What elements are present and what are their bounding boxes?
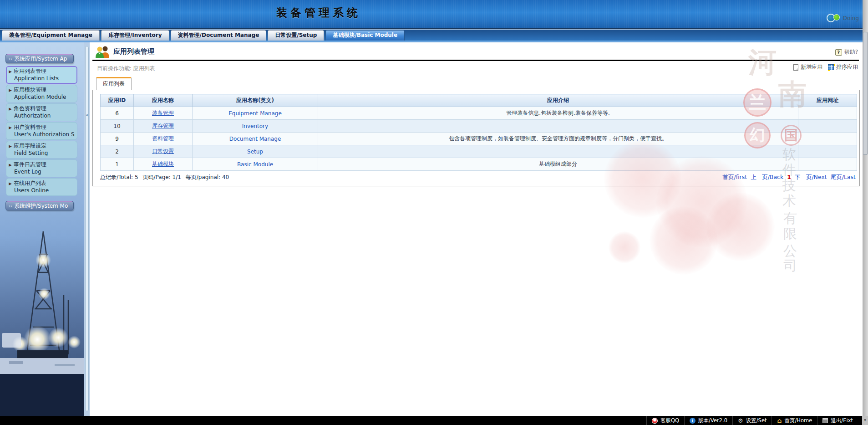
item-arrow-icon: ▶ [9, 125, 12, 130]
pagination-last[interactable]: 尾页/Last [831, 174, 856, 181]
settings-button[interactable]: ⚙ 设置/Set [732, 416, 772, 425]
users-icon [95, 45, 111, 58]
column-header-app-desc: 应用介绍 [318, 94, 798, 107]
sidebar-item-users-authorization[interactable]: ▶用户资料管理 User's Authorization S [6, 122, 77, 140]
sidebar-item-application-lists[interactable]: ▶应用列表管理 Application Lists [6, 66, 77, 84]
cell-app-name-en: Basic Module [193, 158, 318, 171]
info-icon: i [690, 418, 695, 424]
tab-application-list[interactable]: 应用列表 [96, 77, 132, 90]
add-application-label: 新增应用 [801, 63, 822, 71]
help-link[interactable]: ? 帮助? [835, 48, 858, 56]
scrollbar-thumb[interactable] [863, 32, 868, 155]
cell-app-name-en: Equipment Manage [193, 107, 318, 120]
watermark-char: 限 [783, 225, 797, 243]
add-application-button[interactable]: 新增应用 [793, 63, 822, 71]
version-button[interactable]: i 版本/Ver2.0 [684, 416, 732, 425]
qq-icon [652, 418, 658, 424]
qq-support-button[interactable]: 客服QQ [646, 416, 684, 425]
column-header-app-url: 应用网址 [798, 94, 857, 107]
sidebar-section-system-application[interactable]: ››系统应用/System Ap [5, 54, 74, 63]
exit-label: 退出/Eixt [831, 417, 853, 424]
sidebar-item-users-online[interactable]: ▶在线用户列表 Users Online [6, 178, 77, 196]
watermark-char: 公 [783, 242, 797, 261]
table-header-row: 应用ID 应用名称 应用名称(英文) 应用介绍 应用网址 [101, 94, 857, 107]
cell-app-id: 1 [101, 158, 134, 171]
item-arrow-icon: ▶ [9, 88, 12, 92]
sort-application-label: 排序应用 [836, 63, 858, 71]
cell-app-url [798, 120, 857, 133]
sidebar-splitter[interactable]: ◂ [85, 46, 89, 411]
status-bar: 客服QQ i 版本/Ver2.0 ⚙ 设置/Set ⌂ 首页/Home 退出/E… [0, 416, 868, 425]
table-footer: 总记录/Total: 5 页码/Page: 1/1 每页/paginal: 40… [100, 174, 856, 181]
page-number: 页码/Page: 1/1 [143, 174, 181, 181]
section-bullet-icon: ›› [9, 56, 12, 61]
watermark-char: 术 [782, 192, 796, 210]
exit-button[interactable]: 退出/Eixt [817, 416, 858, 425]
item-arrow-icon: ▶ [9, 144, 12, 148]
sidebar-item-field-setting[interactable]: ▶应用字段设定 Field Setting [6, 141, 77, 159]
watermark-char: 河 [748, 43, 777, 82]
cell-app-desc: 包含各项管理制度，如装备管理制度、安全管理方面的规章制度等，分门别类，便于查找。 [318, 133, 798, 145]
cell-app-name-link[interactable]: 库存管理 [134, 120, 193, 133]
sidebar-item-authorization[interactable]: ▶角色资料管理 Authorization [6, 103, 77, 121]
new-document-icon [793, 64, 798, 71]
pagination-current-page: 1 [787, 174, 791, 181]
gear-icon: ⚙ [738, 418, 743, 424]
vertical-scrollbar[interactable] [863, 0, 868, 416]
item-label-en: Field Setting [9, 150, 75, 157]
home-button[interactable]: ⌂ 首页/Home [772, 416, 817, 425]
watermark-char: 司 [783, 256, 797, 275]
sidebar-section-label: 系统应用/System Ap [14, 56, 67, 62]
pagination-next[interactable]: 下一页/Next [795, 174, 827, 181]
qq-support-label: 客服QQ [660, 417, 679, 424]
cell-app-name-link[interactable]: 日常设置 [134, 145, 193, 158]
status-indicator-label: Doing [843, 15, 859, 21]
tab-inventory[interactable]: 库存管理/Inventory [101, 30, 169, 41]
item-label-en: Application Module [9, 94, 75, 101]
sidebar-item-application-module[interactable]: ▶应用模块管理 Application Module [6, 85, 77, 102]
item-label-zh: 应用字段设定 [14, 143, 46, 149]
item-label-zh: 用户资料管理 [14, 124, 46, 130]
cell-app-name-en: Document Manage [193, 133, 318, 145]
record-summary: 总记录/Total: 5 页码/Page: 1/1 每页/paginal: 40 [100, 174, 229, 181]
column-header-app-name: 应用名称 [134, 94, 193, 107]
cell-app-desc [318, 120, 798, 133]
page-body: ››系统应用/System Ap ▶应用列表管理 Application Lis… [0, 42, 868, 416]
cell-app-id: 9 [101, 133, 134, 145]
pagination-first[interactable]: 首页/first [723, 174, 747, 181]
home-icon: ⌂ [777, 418, 782, 424]
section-bullet-icon: ›› [9, 204, 12, 209]
scroll-down-arrow[interactable]: ▾ [862, 416, 868, 425]
exit-icon [822, 418, 828, 423]
cell-app-name-link[interactable]: 基础模块 [134, 158, 193, 171]
tab-equipment-manage[interactable]: 装备管理/Equipment Manage [2, 30, 100, 41]
tab-document-manage[interactable]: 资料管理/Document Manage [171, 30, 267, 41]
sidebar-section-label: 系统维护/System Mo [14, 203, 68, 209]
pagination-back[interactable]: 上一页/Back [751, 174, 783, 181]
item-label-en: Event Log [9, 169, 75, 175]
tab-setup[interactable]: 日常设置/Setup [268, 30, 324, 41]
table-row: 2 日常设置 Setup [101, 145, 857, 158]
item-label-en: Users Online [9, 187, 75, 194]
cell-app-name-link[interactable]: 装备管理 [134, 107, 193, 120]
cell-app-desc [318, 145, 798, 158]
application-table: 应用ID 应用名称 应用名称(英文) 应用介绍 应用网址 6 装备管理 Equi… [100, 94, 857, 171]
column-header-app-id: 应用ID [101, 94, 134, 107]
cell-app-name-link[interactable]: 资料管理 [134, 133, 193, 145]
sort-application-button[interactable]: 排序应用 [828, 63, 858, 71]
sidebar-section-system-maintenance[interactable]: ››系统维护/System Mo [5, 201, 74, 210]
tab-basic-module[interactable]: 基础模块/Basic Module [325, 30, 405, 41]
cell-app-id: 6 [101, 107, 134, 120]
table-row: 9 资料管理 Document Manage 包含各项管理制度，如装备管理制度、… [101, 133, 857, 145]
collapse-arrow-icon: ◂ [86, 113, 88, 117]
cell-app-url [798, 107, 857, 120]
sidebar: ››系统应用/System Ap ▶应用列表管理 Application Lis… [0, 42, 84, 416]
item-label-zh: 事件日志管理 [14, 161, 46, 168]
per-page: 每页/paginal: 40 [186, 174, 229, 181]
item-label-en: User's Authorization S [9, 131, 75, 138]
main-content: 河 南 兰 幻 国 软 件 技 术 有 限 公 司 [90, 42, 863, 416]
table-row: 6 装备管理 Equipment Manage 管理装备信息,包括装备检测,装备… [101, 107, 857, 120]
table-row: 1 基础模块 Basic Module 基础模组成部分 [101, 158, 857, 171]
app-header: 装备管理系统 Doing [0, 0, 868, 29]
sidebar-item-event-log[interactable]: ▶事件日志管理 Event Log [6, 159, 77, 177]
